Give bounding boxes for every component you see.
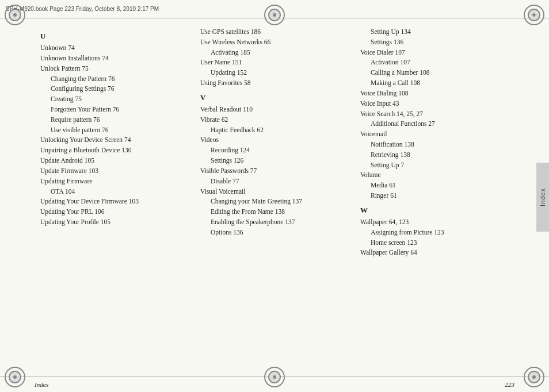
entry-settings-videos: Settings 126 [211,156,349,166]
entry-home-screen: Home screen 123 [371,238,509,248]
entry-volume: Volume [360,170,509,180]
entry-retrieving: Retrieving 138 [371,150,509,160]
entry-options: Options 136 [211,228,349,238]
entry-voice-input: Voice Input 43 [360,99,509,109]
footer-label: Index [35,381,48,388]
entry-configuring-settings: Configuring Settings 76 [51,84,189,94]
entry-creating: Creating 75 [51,94,189,105]
entry-notification: Notification 138 [371,140,509,150]
entry-user-name: User Name 151 [200,57,349,68]
column-2: Use GPS satellites 186 Use Wireless Netw… [195,24,354,370]
entry-using-favorites: Using Favorites 58 [200,78,349,89]
entry-vibrate: Vibrate 62 [200,115,349,125]
entry-verbal-readout: Verbal Readout 110 [200,105,349,115]
content-area: U Unknown 74 Unknown Installations 74 Un… [0,18,549,376]
entry-update-android: Update Android 105 [40,156,189,166]
footer-page-number: 223 [505,381,515,388]
entry-setting-up-voicemail: Setting Up 134 [371,27,509,37]
side-tab-label: Index [539,188,546,206]
entry-videos: Videos [200,135,349,145]
entry-haptic-feedback: Haptic Feedback 62 [211,125,349,136]
entry-wallpaper: Wallpaper 64, 123 [360,217,509,228]
entry-updating-firmware: Updating Firmware [40,176,189,187]
entry-voice-dialing: Voice Dialing 108 [360,89,509,99]
entry-update-firmware: Update Firmware 103 [40,166,189,176]
entry-enabling-speakerphone: Enabling the Speakerphone 137 [211,217,349,228]
entry-ota: OTA 104 [51,187,189,197]
column-3: Setting Up 134 Settings 136 Voice Dialer… [354,24,514,370]
entry-unlocking-device: Unlocking Your Device Screen 74 [40,135,189,145]
entry-voice-dialer: Voice Dialer 107 [360,48,509,58]
entry-unlock-pattern: Unlock Pattern 75 [40,64,189,74]
entry-updating-profile: Updating Your Profile 105 [40,217,189,228]
entry-updating-device-firmware: Updating Your Device Firmware 103 [40,197,189,207]
entry-voicemail: Voicemail [360,129,509,140]
entry-use-wireless: Use Wireless Networks 66 [200,37,349,48]
entry-wallpaper-gallery: Wallpaper Gallery 64 [360,248,509,258]
entry-visual-voicemail: Visual Voicemail [200,187,349,197]
entry-setting-up-7: Setting Up 7 [371,160,509,171]
entry-visible-passwords: Visible Passwords 77 [200,166,349,176]
entry-assigning-from-picture: Assigning from Picture 123 [371,228,509,238]
entry-media: Media 61 [371,180,509,191]
entry-changing-pattern: Changing the Pattern 76 [51,74,189,84]
entry-ringer: Ringer 61 [371,191,509,201]
entry-forgotten-pattern: Forgotten Your Pattern 76 [51,105,189,115]
entry-settings-voicemail: Settings 136 [371,37,509,48]
entry-additional-functions: Additional Functions 27 [371,119,509,129]
entry-voice-search: Voice Search 14, 25, 27 [360,109,509,120]
entry-making-call: Making a Call 108 [371,78,509,89]
entry-activating-wireless: Activating 185 [211,48,349,58]
entry-recording: Recording 124 [211,145,349,156]
entry-activation: Activation 107 [371,57,509,68]
entry-unknown-installations: Unknown Installations 74 [40,53,189,64]
entry-editing-from-name: Editing the From Name 138 [211,207,349,217]
entry-require-pattern: Require pattern 76 [51,115,189,125]
header-text: SPH-M920.book Page 223 Friday, October 8… [6,6,159,12]
entry-use-visible: Use visible pattern 76 [51,125,189,136]
entry-changing-greeting: Changing your Main Greeting 137 [211,197,349,207]
entry-updating-user-name: Updating 152 [211,68,349,78]
entry-use-gps: Use GPS satellites 186 [200,27,349,37]
entry-unpairing-bluetooth: Unpairing a Bluetooth Device 130 [40,145,189,156]
entry-updating-prl: Updating Your PRL 106 [40,207,189,217]
section-letter-v: V [200,92,349,103]
index-side-tab: Index [536,163,549,232]
entry-unknown: Unknown 74 [40,43,189,53]
column-1: U Unknown 74 Unknown Installations 74 Un… [35,24,195,370]
page-container: ✦ SPH-M920.book Page 223 Friday, October… [0,0,549,392]
entry-calling-number: Calling a Number 108 [371,68,509,78]
section-letter-u: U [40,30,189,42]
section-letter-w: W [360,205,509,216]
entry-disable: Disable 77 [211,176,349,187]
